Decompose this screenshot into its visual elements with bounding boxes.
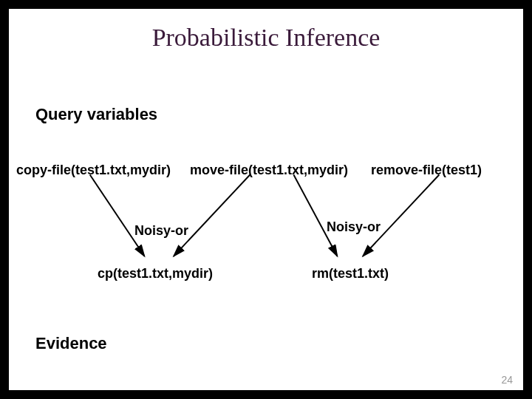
svg-line-1 xyxy=(174,175,250,256)
svg-line-2 xyxy=(293,175,337,256)
noisy-or-right: Noisy-or xyxy=(327,219,381,235)
node-move-file: move-file(test1.txt,mydir) xyxy=(190,163,348,178)
node-copy-file: copy-file(test1.txt,mydir) xyxy=(16,163,171,178)
node-cp: cp(test1.txt,mydir) xyxy=(98,266,213,282)
query-variables-label: Query variables xyxy=(35,105,157,124)
slide-frame: Probabilistic Inference Query variables … xyxy=(6,6,526,393)
node-remove-file: remove-file(test1) xyxy=(371,163,482,178)
noisy-or-left: Noisy-or xyxy=(134,223,188,239)
page-number: 24 xyxy=(501,374,513,386)
node-rm: rm(test1.txt) xyxy=(312,266,389,282)
evidence-label: Evidence xyxy=(35,334,107,353)
arrow-layer xyxy=(9,9,523,390)
svg-line-3 xyxy=(363,175,439,256)
svg-line-0 xyxy=(90,175,145,256)
slide-title: Probabilistic Inference xyxy=(9,24,523,52)
